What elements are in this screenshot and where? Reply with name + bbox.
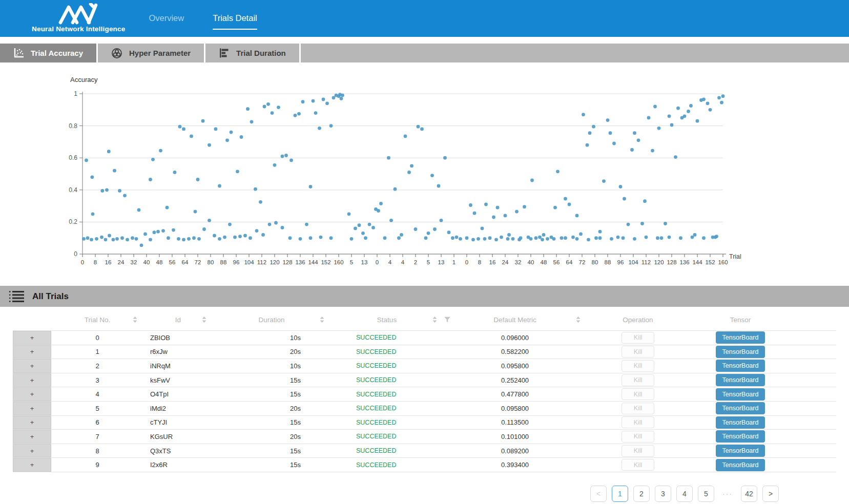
- tab-label: Trial Duration: [236, 49, 286, 57]
- row-expander-button[interactable]: +: [13, 359, 51, 373]
- svg-text:0: 0: [465, 259, 468, 265]
- svg-text:1: 1: [74, 90, 77, 97]
- row-expander-button[interactable]: +: [13, 373, 51, 387]
- svg-text:48: 48: [156, 259, 163, 265]
- svg-text:104: 104: [628, 259, 638, 265]
- kill-button[interactable]: Kill: [622, 360, 654, 372]
- sort-icon[interactable]: [576, 317, 581, 323]
- cell-trial-no: 3: [51, 376, 143, 384]
- svg-text:96: 96: [617, 259, 624, 265]
- status-badge: SUCCEEDED: [330, 419, 443, 426]
- column-label: Default Metric: [493, 316, 536, 324]
- tensorboard-button[interactable]: TensorBoard: [716, 445, 765, 457]
- row-expander-button[interactable]: +: [13, 402, 51, 415]
- tensorboard-button[interactable]: TensorBoard: [716, 374, 765, 386]
- sort-icon[interactable]: [432, 317, 437, 323]
- tensorboard-button[interactable]: TensorBoard: [716, 388, 765, 401]
- sort-icon[interactable]: [320, 317, 324, 323]
- kill-button[interactable]: Kill: [622, 388, 654, 400]
- svg-text:4: 4: [388, 259, 392, 265]
- row-expander-button[interactable]: +: [13, 444, 51, 458]
- svg-text:16: 16: [105, 259, 112, 265]
- cell-tensor: TensorBoard: [689, 346, 792, 358]
- kill-button[interactable]: Kill: [622, 374, 654, 386]
- cell-tensor: TensorBoard: [689, 459, 792, 471]
- kill-button[interactable]: Kill: [622, 431, 654, 443]
- cell-operation: Kill: [587, 445, 689, 457]
- page-button-1[interactable]: 1: [612, 486, 628, 502]
- cell-operation: Kill: [587, 374, 689, 386]
- kill-button[interactable]: Kill: [622, 403, 654, 414]
- cell-trial-no: 6: [51, 418, 143, 426]
- trial-accuracy-chart-panel: Accuracy00.20.40.60.81081624324048566472…: [0, 67, 849, 272]
- tensorboard-button[interactable]: TensorBoard: [716, 346, 765, 358]
- kill-button[interactable]: Kill: [622, 445, 654, 457]
- page-button-3[interactable]: 3: [655, 486, 671, 502]
- cell-trial-no: 5: [51, 405, 143, 412]
- column-label: Trial No.: [85, 316, 111, 324]
- sort-icon[interactable]: [202, 317, 206, 323]
- row-expander-button[interactable]: +: [13, 387, 51, 401]
- svg-text:13: 13: [438, 259, 445, 265]
- tensorboard-button[interactable]: TensorBoard: [716, 360, 765, 372]
- column-header-status: Status: [330, 316, 443, 324]
- svg-text:128: 128: [667, 259, 676, 265]
- tab-trial-accuracy[interactable]: Trial Accuracy: [0, 44, 98, 62]
- kill-button[interactable]: Kill: [622, 416, 654, 428]
- view-tabbar: Trial AccuracyHyper ParameterTrial Durat…: [0, 44, 849, 62]
- row-expander-button[interactable]: +: [13, 331, 51, 345]
- page-button-5[interactable]: 5: [698, 486, 714, 502]
- kill-button[interactable]: Kill: [622, 346, 654, 358]
- tab-label: Trial Accuracy: [31, 49, 83, 57]
- cell-duration: 20s: [213, 433, 330, 440]
- nav-tab-trials-detail[interactable]: Trials Detail: [213, 13, 257, 30]
- nav-tab-overview[interactable]: Overview: [149, 13, 184, 30]
- pagination: <12345···42>: [0, 486, 779, 502]
- cell-trial-id: iMdi2: [143, 405, 213, 412]
- cell-operation: Kill: [587, 346, 689, 358]
- next-page-button[interactable]: >: [762, 486, 779, 502]
- svg-text:120: 120: [654, 259, 664, 265]
- sort-icon[interactable]: [133, 317, 137, 323]
- row-expander-button[interactable]: +: [13, 416, 51, 430]
- cell-tensor: TensorBoard: [689, 388, 792, 401]
- kill-button[interactable]: Kill: [622, 459, 654, 471]
- cell-trial-id: iNRqM: [143, 362, 213, 370]
- cell-duration: 20s: [213, 348, 330, 355]
- row-expander-button[interactable]: +: [13, 430, 51, 444]
- column-label: Id: [175, 316, 181, 324]
- row-expander-button[interactable]: +: [13, 345, 51, 359]
- svg-text:88: 88: [220, 259, 227, 265]
- cell-default-metric: 0.252400: [443, 376, 587, 384]
- tensorboard-button[interactable]: TensorBoard: [716, 331, 765, 344]
- page-button-2[interactable]: 2: [633, 486, 650, 502]
- column-header-operation: Operation: [587, 316, 689, 324]
- kill-button[interactable]: Kill: [622, 332, 654, 344]
- cell-duration: 15s: [213, 390, 330, 398]
- nni-logo[interactable]: Neural Network Intelligence: [32, 3, 125, 33]
- table-row: +5iMdi220sSUCCEEDED0.095800KillTensorBoa…: [13, 402, 836, 416]
- tensorboard-button[interactable]: TensorBoard: [716, 402, 765, 414]
- svg-text:136: 136: [679, 259, 689, 265]
- svg-text:72: 72: [195, 259, 201, 265]
- tensorboard-button[interactable]: TensorBoard: [716, 459, 765, 471]
- tab-hyper-parameter[interactable]: Hyper Parameter: [98, 44, 205, 62]
- prev-page-button: <: [590, 486, 607, 502]
- tensorboard-button[interactable]: TensorBoard: [716, 416, 765, 429]
- svg-text:88: 88: [605, 259, 611, 265]
- cell-trial-no: 2: [51, 362, 143, 370]
- cell-operation: Kill: [587, 360, 689, 372]
- all-trials-section-bar: All Trials: [0, 286, 849, 307]
- column-label: Duration: [258, 316, 284, 324]
- row-expander-button[interactable]: +: [13, 458, 51, 472]
- page-button-42[interactable]: 42: [741, 486, 757, 502]
- svg-text:160: 160: [334, 259, 343, 265]
- table-row: +1r6xJw20sSUCCEEDED0.582200KillTensorBoa…: [13, 345, 836, 360]
- tensorboard-button[interactable]: TensorBoard: [716, 430, 765, 443]
- svg-text:64: 64: [182, 259, 189, 265]
- svg-text:104: 104: [244, 259, 254, 265]
- svg-text:56: 56: [169, 259, 176, 265]
- tab-trial-duration[interactable]: Trial Duration: [205, 44, 301, 62]
- page-button-4[interactable]: 4: [676, 486, 693, 502]
- cell-trial-id: cTYJI: [143, 418, 213, 426]
